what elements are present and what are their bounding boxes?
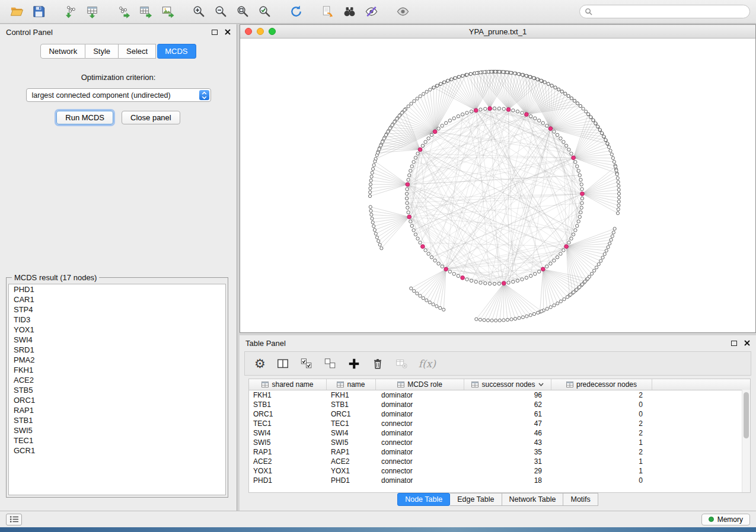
network-canvas[interactable]	[240, 39, 755, 333]
network-node[interactable]	[521, 111, 524, 114]
mcds-result-item[interactable]: YOX1	[9, 325, 225, 335]
dominator-node[interactable]	[506, 107, 511, 111]
network-node[interactable]	[371, 168, 374, 171]
network-node[interactable]	[369, 179, 372, 182]
network-node[interactable]	[578, 174, 581, 177]
network-node[interactable]	[395, 117, 398, 120]
network-node[interactable]	[556, 256, 559, 259]
network-node[interactable]	[474, 280, 477, 283]
network-node[interactable]	[479, 281, 482, 284]
refresh-button[interactable]	[285, 2, 307, 21]
dominator-node[interactable]	[548, 127, 553, 131]
network-node[interactable]	[616, 177, 619, 180]
network-node[interactable]	[498, 319, 501, 322]
network-node[interactable]	[554, 86, 557, 89]
tab-node-table[interactable]: Node Table	[397, 493, 450, 506]
mcds-result-item[interactable]: PMA2	[9, 355, 225, 365]
network-node[interactable]	[592, 118, 595, 121]
network-node[interactable]	[410, 165, 413, 168]
network-node[interactable]	[593, 269, 596, 272]
close-icon[interactable]	[225, 29, 231, 35]
network-node[interactable]	[610, 153, 613, 156]
network-node[interactable]	[574, 161, 577, 164]
network-node[interactable]	[388, 127, 391, 130]
network-node[interactable]	[605, 249, 608, 252]
network-node[interactable]	[617, 200, 620, 203]
network-node[interactable]	[382, 137, 385, 140]
network-node[interactable]	[553, 259, 556, 262]
network-node[interactable]	[484, 281, 487, 284]
network-node[interactable]	[416, 237, 419, 240]
network-node[interactable]	[553, 130, 556, 133]
network-node[interactable]	[371, 221, 374, 224]
dominator-node[interactable]	[488, 107, 492, 111]
network-node[interactable]	[428, 301, 431, 304]
network-node[interactable]	[393, 120, 396, 123]
network-node[interactable]	[584, 110, 587, 113]
network-node[interactable]	[487, 70, 490, 73]
network-node[interactable]	[617, 184, 620, 187]
mcds-result-item[interactable]: CAR1	[9, 294, 225, 305]
close-icon[interactable]	[744, 340, 750, 346]
network-node[interactable]	[582, 107, 585, 110]
tab-style[interactable]: Style	[85, 44, 119, 59]
network-node[interactable]	[537, 311, 540, 314]
network-node[interactable]	[406, 201, 409, 204]
dominator-node[interactable]	[406, 182, 410, 187]
network-node[interactable]	[576, 102, 579, 105]
network-node[interactable]	[457, 115, 460, 118]
table-row[interactable]: SWI5SWI5connector431	[249, 438, 750, 447]
float-icon[interactable]	[731, 341, 737, 346]
network-node[interactable]	[413, 100, 416, 102]
network-node[interactable]	[576, 225, 579, 227]
network-node[interactable]	[407, 178, 410, 181]
network-node[interactable]	[575, 288, 578, 291]
network-node[interactable]	[546, 307, 548, 310]
run-mcds-button[interactable]: Run MCDS	[56, 111, 113, 124]
add-column-button[interactable]	[347, 357, 361, 370]
network-node[interactable]	[570, 97, 573, 100]
network-node[interactable]	[414, 233, 417, 236]
dominator-node[interactable]	[444, 267, 448, 271]
network-node[interactable]	[444, 121, 447, 124]
network-node[interactable]	[405, 192, 408, 195]
network-node[interactable]	[422, 92, 425, 95]
table-scrollbar[interactable]	[742, 390, 750, 492]
network-node[interactable]	[608, 242, 611, 245]
network-node[interactable]	[512, 280, 515, 283]
network-node[interactable]	[374, 232, 377, 235]
network-node[interactable]	[580, 187, 583, 190]
network-node[interactable]	[494, 70, 497, 73]
network-node[interactable]	[521, 278, 524, 281]
network-node[interactable]	[580, 183, 583, 186]
network-node[interactable]	[427, 137, 430, 140]
network-node[interactable]	[371, 171, 374, 174]
network-node[interactable]	[525, 315, 528, 318]
network-node[interactable]	[461, 113, 464, 116]
function-builder-button[interactable]: f(x)	[419, 358, 436, 370]
dominator-node[interactable]	[541, 267, 545, 271]
network-node[interactable]	[580, 206, 583, 209]
network-node[interactable]	[529, 274, 532, 277]
network-node[interactable]	[506, 70, 509, 73]
network-node[interactable]	[380, 246, 383, 249]
network-node[interactable]	[509, 71, 512, 74]
mcds-result-item[interactable]: RAP1	[9, 405, 225, 415]
network-node[interactable]	[484, 107, 487, 110]
network-node[interactable]	[403, 108, 406, 111]
network-node[interactable]	[615, 169, 618, 172]
dominator-node[interactable]	[407, 215, 412, 219]
network-node[interactable]	[412, 161, 415, 164]
network-node[interactable]	[537, 119, 540, 122]
network-node[interactable]	[490, 319, 493, 322]
column-header-shared-name[interactable]: shared name	[249, 379, 327, 390]
network-node[interactable]	[580, 197, 583, 200]
network-node[interactable]	[564, 144, 567, 147]
network-node[interactable]	[589, 116, 592, 118]
open-file-button[interactable]	[6, 2, 28, 21]
network-node[interactable]	[560, 90, 563, 93]
network-node[interactable]	[495, 319, 497, 322]
table-row[interactable]: PHD1PHD1dominator180	[249, 476, 750, 485]
network-node[interactable]	[479, 318, 481, 321]
dominator-node[interactable]	[418, 148, 422, 152]
